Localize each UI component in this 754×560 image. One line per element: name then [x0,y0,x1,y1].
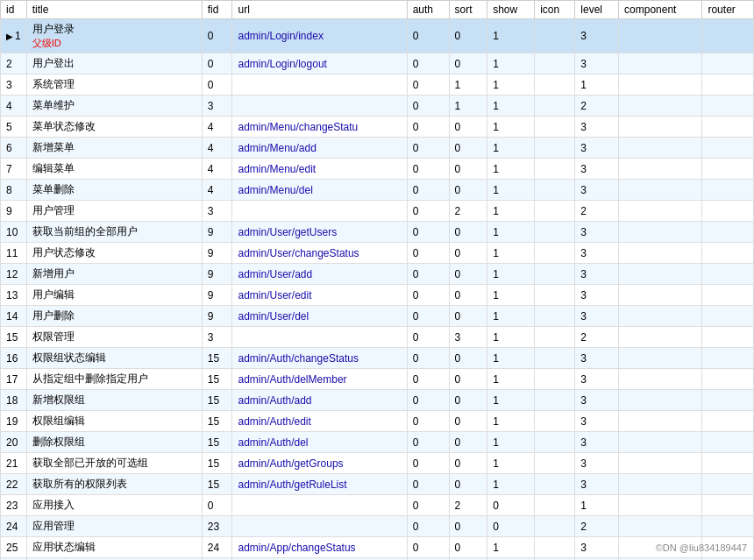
col-header-component[interactable]: component [619,1,702,19]
cell-component [619,369,702,390]
table-row[interactable]: 13用户编辑9admin/User/edit0013 [1,285,754,306]
cell-icon [535,159,575,180]
cell-id: 5 [1,117,27,138]
cell-show: 1 [487,159,535,180]
url-text: admin/Auth/getGroups [238,457,343,470]
cell-icon [535,117,575,138]
table-row[interactable]: 2用户登出0admin/Login/logout0013 [1,53,754,74]
col-header-icon[interactable]: icon [535,1,575,19]
cell-level: 2 [575,516,619,537]
cell-icon [535,74,575,96]
cell-auth: 0 [407,96,449,117]
table-row[interactable]: 12新增用户9admin/User/add0013 [1,264,754,285]
cell-sort: 0 [449,243,487,264]
table-row[interactable]: 22获取所有的权限列表15admin/Auth/getRuleList0013 [1,474,754,495]
table-row[interactable]: ▶1用户登录父级ID0admin/Login/index0013 [1,19,754,53]
col-header-show[interactable]: show [487,1,535,19]
table-row[interactable]: 14用户删除9admin/User/del0013 [1,306,754,327]
cell-fid: 15 [202,474,232,495]
col-header-fid[interactable]: fid [202,1,232,19]
table-row[interactable]: 17从指定组中删除指定用户15admin/Auth/delMember0013 [1,369,754,390]
col-header-auth[interactable]: auth [407,1,449,19]
table-row[interactable]: 20删除权限组15admin/Auth/del0013 [1,432,754,453]
cell-router [702,495,754,516]
col-header-url[interactable]: url [232,1,407,19]
col-header-sort[interactable]: sort [449,1,487,19]
annotation-text: 父级ID [32,38,61,48]
cell-fid: 15 [202,390,232,411]
col-header-title[interactable]: title [26,1,202,19]
cell-id: 17 [1,369,27,390]
cell-auth: 0 [407,432,449,453]
table-row[interactable]: 15权限管理30312 [1,327,754,348]
table-row[interactable]: 9用户管理30212 [1,201,754,222]
cell-auth: 0 [407,138,449,159]
cell-show: 1 [487,285,535,306]
cell-level: 3 [575,180,619,201]
cell-auth: 0 [407,19,449,53]
url-text: admin/User/edit [238,289,311,301]
table-row[interactable]: 25应用状态编辑24admin/App/changeStatus0013 [1,537,754,558]
cell-show: 1 [487,222,535,243]
table-row[interactable]: 24应用管理230002 [1,516,754,537]
cell-icon [535,327,575,348]
table-row[interactable]: 5菜单状态修改4admin/Menu/changeStatu0013 [1,117,754,138]
cell-title: 用户删除 [26,306,202,327]
cell-icon [535,495,575,516]
table-row[interactable]: 7编辑菜单4admin/Menu/edit0013 [1,159,754,180]
cell-id: 14 [1,306,27,327]
cell-fid: 9 [202,264,232,285]
cell-sort: 0 [449,474,487,495]
col-header-level[interactable]: level [575,1,619,19]
cell-url: admin/Auth/edit [232,411,407,432]
table-row[interactable]: 18新增权限组15admin/Auth/add0013 [1,390,754,411]
cell-router [702,411,754,432]
cell-level: 3 [575,19,619,53]
table-row[interactable]: 8菜单删除4admin/Menu/del0013 [1,180,754,201]
url-text: admin/Auth/changeStatus [238,352,358,365]
cell-icon [535,243,575,264]
cell-url: admin/Auth/getGroups [232,453,407,474]
table-row[interactable]: 3系统管理00111 [1,74,754,96]
cell-show: 1 [487,453,535,474]
cell-sort: 0 [449,285,487,306]
cell-fid: 0 [202,495,232,516]
cell-auth: 0 [407,390,449,411]
cell-id: ▶1 [1,19,27,53]
cell-auth: 0 [407,327,449,348]
cell-auth: 0 [407,159,449,180]
cell-level: 3 [575,390,619,411]
table-row[interactable]: 16权限组状态编辑15admin/Auth/changeStatus0013 [1,348,754,369]
cell-title: 新增用户 [26,264,202,285]
col-header-id[interactable]: id [1,1,27,19]
cell-title: 编辑菜单 [26,159,202,180]
cell-sort: 0 [449,348,487,369]
table-row[interactable]: 19权限组编辑15admin/Auth/edit0013 [1,411,754,432]
cell-show: 1 [487,117,535,138]
cell-show: 1 [487,19,535,53]
cell-auth: 0 [407,285,449,306]
col-header-router[interactable]: router [702,1,754,19]
cell-icon [535,306,575,327]
table-row[interactable]: 11用户状态修改9admin/User/changeStatus0013 [1,243,754,264]
table-row[interactable]: 4菜单维护30112 [1,96,754,117]
cell-url [232,327,407,348]
cell-sort: 0 [449,537,487,558]
url-text: admin/Menu/edit [238,163,316,175]
table-row[interactable]: 6新增菜单4admin/Menu/add0013 [1,138,754,159]
table-row[interactable]: 10获取当前组的全部用户9admin/User/getUsers0013 [1,222,754,243]
table-row[interactable]: 21获取全部已开放的可选组15admin/Auth/getGroups0013 [1,453,754,474]
cell-router [702,432,754,453]
cell-id: 16 [1,348,27,369]
cell-fid: 3 [202,201,232,222]
cell-router [702,453,754,474]
cell-icon [535,474,575,495]
cell-router [702,74,754,96]
cell-level: 3 [575,243,619,264]
cell-level: 3 [575,53,619,74]
cell-auth: 0 [407,53,449,74]
url-text: admin/Auth/edit [238,415,310,428]
cell-title: 用户登出 [26,53,202,74]
table-row[interactable]: 23应用接入00201 [1,495,754,516]
data-table-container[interactable]: id title fid url auth sort show icon lev… [0,0,754,560]
